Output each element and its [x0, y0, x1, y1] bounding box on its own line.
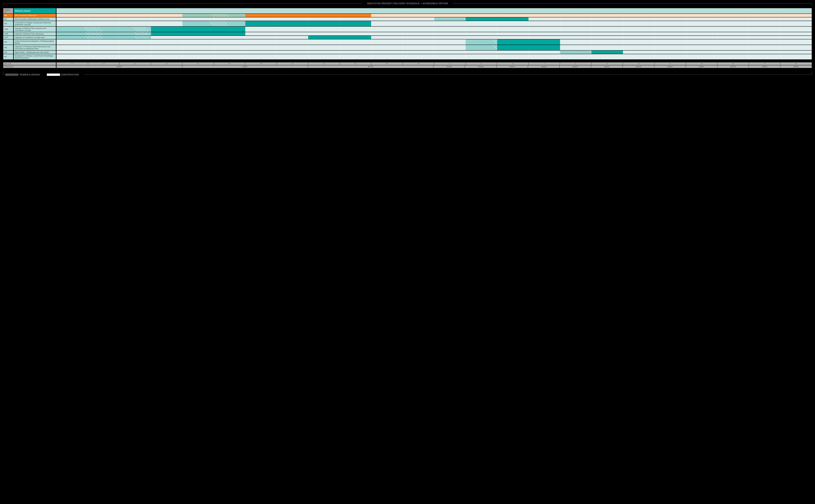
project-name: Cultural thread and integration of Whaka… — [14, 39, 56, 45]
project-id: W1 — [3, 14, 13, 17]
bar-tender-design — [466, 39, 497, 45]
year-tick: 7 — [529, 62, 560, 65]
year-tick: 12 — [686, 62, 717, 65]
bar-construction — [591, 51, 623, 54]
year-tick: 3.1 — [308, 62, 340, 65]
year-tick: 10 — [623, 62, 654, 65]
bar-tender-design — [56, 27, 151, 32]
bar-construction — [497, 39, 560, 45]
financial-year-cell: 2024/25 — [623, 65, 654, 68]
project-id: W2 — [3, 21, 13, 26]
axis-year-label: Year 1–20 — [3, 62, 56, 65]
gantt-timeline — [56, 21, 812, 26]
project-name: Ngaio Road – streetscape and main street — [14, 51, 56, 54]
page-title: INDICATIVE PROJECT DELIVERY SCHEDULE – A… — [362, 2, 453, 5]
year-tick: 14 — [749, 62, 780, 65]
table-row: W3CUpgrade of Countdown car park area — [3, 36, 812, 39]
axis-fy-label: Financial year — [3, 65, 56, 68]
gantt-timeline — [56, 39, 812, 45]
table-row: W1SH1 revocation (Waikanae) additional w… — [3, 17, 812, 21]
project-name: Realignment of Marae Lane/Omahi Street/N… — [14, 54, 56, 59]
gantt-timeline — [56, 51, 812, 54]
legend-swatch-tender-design — [5, 74, 18, 76]
project-id: W4 — [3, 39, 13, 45]
year-tick: 2.3 — [245, 62, 277, 65]
year-tick: 4 — [434, 62, 466, 65]
gantt-timeline — [56, 54, 812, 59]
table-row: W7Realignment of Marae Lane/Omahi Street… — [3, 54, 812, 59]
year-tick: 6 — [497, 62, 528, 65]
gantt-timeline — [56, 14, 812, 17]
project-name: SH1 revocation (Waikanae) — [14, 14, 56, 17]
financial-year-cell: 2019/20 — [465, 65, 496, 68]
bar-construction — [245, 21, 371, 26]
financial-year-cell: 2015/16 — [56, 65, 182, 68]
project-name: Connection to railway crossing and impro… — [14, 21, 56, 26]
year-tick: 9 — [591, 62, 623, 65]
col-header-project-no: Project no. — [3, 8, 13, 13]
gantt-timeline — [56, 17, 812, 21]
project-id: W5 — [3, 45, 13, 50]
financial-year-cell: 2027/28 — [717, 65, 749, 68]
year-tick: 1.3 — [119, 62, 151, 65]
year-tick: 1.2 — [88, 62, 119, 65]
project-id: W1 — [3, 17, 13, 21]
year-tick: 2.1 — [182, 62, 214, 65]
year-tick: 3.4 — [403, 62, 434, 65]
bar-tender-design — [434, 17, 466, 21]
year-tick: 8 — [560, 62, 591, 65]
page-title-rule: INDICATIVE PROJECT DELIVERY SCHEDULE – A… — [3, 3, 812, 6]
financial-year-cell: 2029/30 — [780, 65, 812, 68]
gantt-timeline — [56, 27, 812, 32]
financial-year-cell: 2028/29 — [749, 65, 780, 68]
gantt-timeline — [56, 36, 812, 39]
project-id: W7 — [3, 54, 13, 59]
gantt-timeline — [56, 45, 812, 50]
project-id: W6 — [3, 51, 13, 54]
bar-construction — [151, 32, 246, 35]
bar-tender-design — [560, 51, 591, 54]
financial-year-cell: 2018/19 — [433, 65, 465, 68]
table-row: W2Connection to railway crossing and imp… — [3, 21, 812, 26]
year-tick: 13 — [717, 62, 749, 65]
financial-year-cell: 2017/18 — [308, 65, 433, 68]
project-name: Upgrade of Mahara Place (laneway) — [14, 32, 56, 35]
bar-construction — [308, 36, 371, 39]
project-name: Upgrade of Te Moana Road intersection an… — [14, 45, 56, 50]
legend-rule: TENDER & DESIGN CONSTRUCTION — [3, 71, 812, 75]
project-name: Upgrade of Countdown car park area — [14, 36, 56, 39]
project-name: Upgrade of Mahara Place (square) and Cou… — [14, 27, 56, 32]
year-tick: 11 — [655, 62, 686, 65]
financial-year-cell: 2023/24 — [591, 65, 623, 68]
project-name: SH1 revocation (Waikanae) additional wor… — [14, 17, 56, 21]
year-tick: 15 — [780, 62, 812, 65]
bar-tender-design — [182, 14, 245, 17]
bar-construction — [466, 17, 528, 21]
legend-label-construction: CONSTRUCTION — [61, 74, 79, 76]
bar-construction — [497, 45, 560, 50]
axis-year-ticks: 1.11.21.31.42.12.22.32.43.13.23.33.44567… — [56, 62, 812, 65]
year-tick: 3.2 — [340, 62, 371, 65]
financial-year-cell: 2020/21 — [496, 65, 528, 68]
bar-tender-design — [466, 45, 497, 50]
bar-construction — [151, 27, 246, 32]
table-row: W3AUpgrade of Mahara Place (square) and … — [3, 27, 812, 32]
legend: TENDER & DESIGN CONSTRUCTION — [5, 74, 84, 76]
axis-financial-years: 2015/162016/172017/182018/192019/202020/… — [56, 65, 812, 68]
table-row: W4Cultural thread and integration of Wha… — [3, 39, 812, 45]
year-tick: 2.2 — [214, 62, 245, 65]
financial-year-cell: 2026/27 — [686, 65, 717, 68]
gantt-timeline — [56, 32, 812, 35]
legend-swatch-construction — [47, 74, 60, 76]
bar-tender-design — [56, 32, 151, 35]
financial-year-cell: 2022/23 — [559, 65, 591, 68]
table-row: W5Upgrade of Te Moana Road intersection … — [3, 45, 812, 50]
project-id: W3B — [3, 32, 13, 35]
financial-year-cell: 2021/22 — [528, 65, 559, 68]
table-row: W6Ngaio Road – streetscape and main stre… — [3, 51, 812, 54]
project-id: W3C — [3, 36, 13, 39]
bar-construction — [245, 14, 371, 17]
financial-year-cell: 2016/17 — [182, 65, 308, 68]
year-tick: 5 — [466, 62, 497, 65]
legend-label-tender-design: TENDER & DESIGN — [19, 74, 40, 76]
